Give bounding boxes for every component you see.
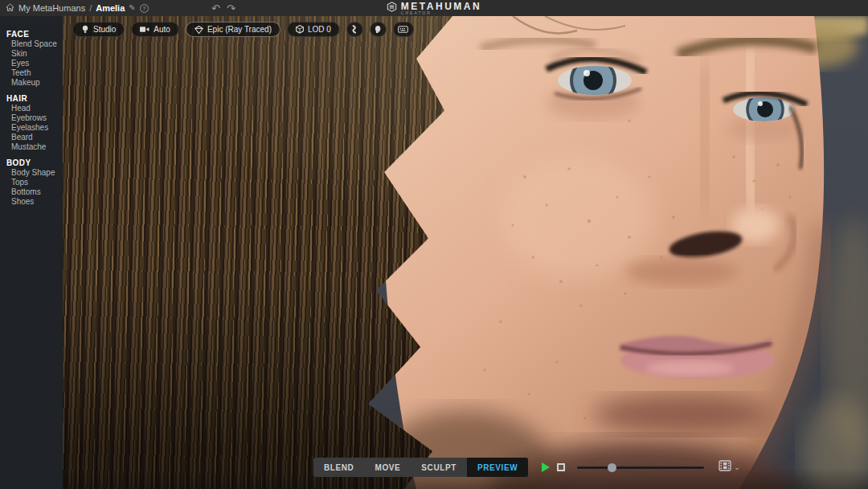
help-icon[interactable]: ? bbox=[140, 4, 149, 13]
metahuman-creator-app: My MetaHumans / Amelia ✎ ? ↶ ↷ METAHUMAN… bbox=[0, 0, 868, 489]
character-name: Amelia bbox=[96, 3, 125, 13]
bottom-toolbar: BLEND MOVE SCULPT PREVIEW ⌄ bbox=[313, 458, 740, 477]
gem-icon bbox=[194, 26, 203, 34]
sidebar-section-body: BODY Body Shape Tops Bottoms Shoes bbox=[6, 158, 63, 207]
breadcrumb-root-link[interactable]: My MetaHumans bbox=[18, 3, 85, 13]
section-title-body: BODY bbox=[6, 158, 63, 168]
auto-camera-button[interactable]: Auto bbox=[131, 22, 179, 37]
lod-label: LOD 0 bbox=[308, 25, 331, 34]
sidebar-item-head[interactable]: Head bbox=[6, 104, 63, 113]
sidebar-item-bottoms[interactable]: Bottoms bbox=[6, 187, 63, 197]
sidebar-item-teeth[interactable]: Teeth bbox=[6, 68, 63, 78]
section-title-hair: HAIR bbox=[6, 94, 63, 104]
logo-subtitle: CREATOR bbox=[401, 11, 432, 14]
playback-slider[interactable] bbox=[577, 462, 704, 473]
section-title-face: FACE bbox=[6, 30, 63, 39]
sidebar-item-beard[interactable]: Beard bbox=[6, 133, 63, 142]
sidebar-item-eyelashes[interactable]: Eyelashes bbox=[6, 123, 63, 133]
lod-button[interactable]: LOD 0 bbox=[287, 22, 340, 37]
tab-sculpt[interactable]: SCULPT bbox=[411, 458, 467, 477]
playback-slider-thumb[interactable] bbox=[608, 463, 616, 472]
tab-blend[interactable]: BLEND bbox=[313, 458, 364, 477]
3d-viewport[interactable]: Studio Auto Epic (Ray Traced) LOD 0 bbox=[63, 16, 868, 489]
lightbulb-icon bbox=[81, 25, 89, 34]
chevron-down-icon: ⌄ bbox=[734, 464, 740, 471]
playback-slider-track bbox=[577, 466, 704, 469]
sidebar-item-blend-space[interactable]: Blend Space bbox=[6, 39, 63, 49]
studio-label: Studio bbox=[93, 25, 116, 34]
sidebar-item-tops[interactable]: Tops bbox=[6, 178, 63, 187]
sidebar-item-mustache[interactable]: Mustache bbox=[6, 142, 63, 152]
metahuman-logo-icon bbox=[387, 1, 397, 15]
breadcrumb-separator: / bbox=[89, 3, 92, 13]
head-icon bbox=[374, 25, 382, 34]
sidebar-item-makeup[interactable]: Makeup bbox=[6, 78, 63, 88]
history-controls: ↶ ↷ bbox=[211, 0, 235, 16]
top-bar: My MetaHumans / Amelia ✎ ? ↶ ↷ METAHUMAN… bbox=[0, 0, 868, 16]
lod-cube-icon bbox=[296, 25, 304, 34]
mode-tabs: BLEND MOVE SCULPT PREVIEW bbox=[313, 458, 528, 477]
breadcrumb: My MetaHumans / Amelia ✎ ? bbox=[0, 3, 149, 14]
sidebar-item-body-shape[interactable]: Body Shape bbox=[6, 168, 63, 178]
sidebar-section-hair: HAIR Head Eyebrows Eyelashes Beard Musta… bbox=[6, 94, 63, 152]
tab-move[interactable]: MOVE bbox=[364, 458, 411, 477]
quality-label: Epic (Ray Traced) bbox=[207, 25, 272, 34]
render-quality-button[interactable]: Epic (Ray Traced) bbox=[186, 22, 280, 37]
edit-name-icon[interactable]: ✎ bbox=[129, 4, 135, 12]
keyboard-icon bbox=[398, 26, 408, 33]
head-display-button[interactable] bbox=[370, 22, 387, 37]
viewport-toolbar: Studio Auto Epic (Ray Traced) LOD 0 bbox=[72, 22, 414, 37]
camera-icon bbox=[140, 26, 149, 33]
sidebar: FACE Blend Space Skin Eyes Teeth Makeup … bbox=[0, 16, 63, 489]
play-button[interactable] bbox=[542, 462, 550, 472]
logo-title: METAHUMAN bbox=[401, 2, 481, 10]
sidebar-item-eyebrows[interactable]: Eyebrows bbox=[6, 113, 63, 123]
auto-label: Auto bbox=[154, 25, 170, 34]
hair-display-button[interactable] bbox=[346, 22, 363, 37]
animation-clip-button[interactable]: ⌄ bbox=[719, 460, 740, 475]
filmstrip-icon bbox=[719, 460, 731, 475]
undo-icon[interactable]: ↶ bbox=[211, 2, 220, 14]
studio-lighting-button[interactable]: Studio bbox=[72, 22, 125, 37]
sidebar-section-face: FACE Blend Space Skin Eyes Teeth Makeup bbox=[6, 30, 63, 88]
tab-preview[interactable]: PREVIEW bbox=[467, 458, 528, 477]
hair-strand-icon bbox=[350, 25, 358, 34]
redo-icon[interactable]: ↷ bbox=[227, 2, 235, 14]
stop-button[interactable] bbox=[557, 463, 565, 471]
home-icon[interactable] bbox=[6, 3, 14, 14]
sidebar-item-eyes[interactable]: Eyes bbox=[6, 59, 63, 68]
sidebar-item-skin[interactable]: Skin bbox=[6, 49, 63, 59]
keyboard-shortcuts-button[interactable] bbox=[393, 22, 414, 37]
sidebar-item-shoes[interactable]: Shoes bbox=[6, 197, 63, 207]
animation-transport: ⌄ bbox=[542, 460, 740, 475]
